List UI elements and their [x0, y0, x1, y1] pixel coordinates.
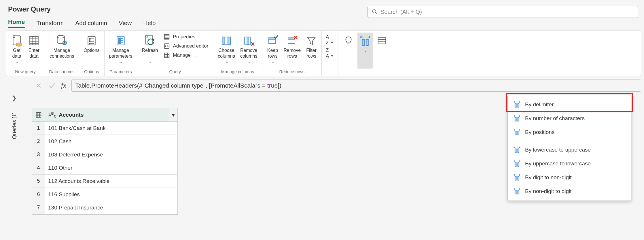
svg-point-15: [89, 41, 90, 42]
row-number: 7: [32, 201, 45, 214]
cell-accounts[interactable]: 112 Accounts Receivable: [45, 175, 178, 188]
cell-accounts[interactable]: 102 Cash: [45, 135, 178, 148]
menu-transform[interactable]: Transform: [36, 20, 64, 28]
svg-point-10: [57, 35, 64, 38]
group-label-new-query: New query: [15, 69, 36, 75]
group-label-reduce-rows: Reduce rows: [279, 69, 305, 75]
choose-columns-label: Choose columns: [218, 48, 235, 59]
remove-rows-button[interactable]: Remove rows⌄: [282, 33, 303, 69]
group-by-button[interactable]: [375, 33, 389, 69]
table-row[interactable]: 4110 Other: [32, 161, 178, 175]
split-nondigit-digit[interactable]: By non-digit to digit: [508, 184, 631, 198]
split-by-num-chars[interactable]: By number of characters: [508, 112, 631, 125]
expand-queries-button[interactable]: ❯: [10, 92, 19, 104]
keep-rows-button[interactable]: Keep rows⌄: [265, 33, 280, 69]
properties-icon: [163, 33, 171, 41]
search-input[interactable]: [380, 9, 634, 15]
enter-data-button[interactable]: Enter data: [26, 33, 42, 69]
cell-accounts[interactable]: 108 Deferred Expense: [45, 148, 178, 161]
manage-parameters-button[interactable]: Manage parameters⌄: [107, 33, 134, 69]
svg-rect-58: [362, 39, 364, 46]
chevron-down-icon: ⌄: [364, 48, 367, 53]
data-grid: ABC Accounts ▾ 1101 Bank/Cash at Bank210…: [32, 108, 178, 215]
group-new-query: Get data⌄ Enter data New query: [6, 31, 45, 76]
refresh-button[interactable]: Refresh⌄: [140, 33, 160, 69]
suggested-transforms-button[interactable]: [341, 33, 356, 69]
sort-desc-button[interactable]: ZA: [326, 48, 334, 59]
table-row[interactable]: 1101 Bank/Cash at Bank: [32, 122, 178, 135]
properties-label: Properties: [173, 34, 195, 40]
sort-desc-icon: ZA: [326, 48, 329, 59]
cell-accounts[interactable]: 110 Other: [45, 161, 178, 174]
remove-rows-icon: [286, 34, 298, 48]
svg-rect-97: [518, 190, 519, 194]
row-number: 3: [32, 148, 45, 161]
cell-accounts[interactable]: 116 Supplies: [45, 188, 178, 201]
menu-help[interactable]: Help: [143, 20, 156, 28]
split-by-positions[interactable]: By positions: [508, 125, 631, 139]
table-row[interactable]: 7130 Prepaid Insurance: [32, 201, 178, 214]
group-by-icon: [376, 34, 387, 48]
get-data-button[interactable]: Get data⌄: [9, 33, 24, 69]
ribbon: Get data⌄ Enter data New query Manage co…: [6, 31, 641, 76]
chevron-down-icon: ⌄: [194, 54, 196, 57]
table-row[interactable]: 3108 Deferred Expense: [32, 148, 178, 161]
svg-rect-93: [518, 176, 519, 180]
menu-add-column[interactable]: Add column: [75, 20, 107, 28]
remove-columns-button[interactable]: Remove columns⌄: [238, 33, 259, 69]
svg-rect-72: [515, 103, 516, 107]
formula-cancel-button[interactable]: [35, 82, 43, 90]
table-row[interactable]: 2102 Cash: [32, 135, 178, 148]
table-row[interactable]: 6116 Supplies: [32, 188, 178, 201]
sort-asc-icon: AZ: [326, 34, 329, 46]
grid-corner-button[interactable]: [32, 108, 45, 121]
choose-columns-button[interactable]: Choose columns⌄: [216, 33, 237, 69]
formula-input[interactable]: Table.PromoteHeaders(#"Changed column ty…: [71, 80, 641, 92]
search-icon: [372, 9, 378, 15]
queries-pane-collapsed: ❯ Queries [1]: [6, 91, 23, 215]
formula-bar: fx Table.PromoteHeaders(#"Changed column…: [35, 79, 641, 92]
formula-accept-button[interactable]: [48, 82, 56, 90]
svg-rect-80: [515, 131, 516, 135]
svg-rect-62: [378, 37, 386, 44]
column-header-accounts[interactable]: ABC Accounts ▾: [45, 108, 178, 121]
svg-rect-96: [515, 190, 516, 194]
split-lower-upper[interactable]: By lowercase to uppercase: [508, 143, 631, 157]
svg-rect-40: [222, 37, 225, 44]
svg-rect-77: [518, 117, 519, 121]
keep-rows-icon: [267, 34, 279, 48]
svg-point-0: [373, 10, 376, 13]
split-icon: [513, 128, 521, 136]
svg-rect-41: [228, 37, 230, 44]
search-box[interactable]: [368, 6, 638, 18]
group-options: Options Options: [79, 31, 104, 76]
manage-connections-button[interactable]: Manage connections: [48, 33, 76, 69]
fx-icon: fx: [61, 82, 66, 90]
menu-home[interactable]: Home: [8, 18, 25, 28]
split-column-button[interactable]: ⌄: [357, 33, 373, 69]
column-filter-dropdown[interactable]: ▾: [169, 108, 177, 121]
svg-rect-85: [518, 149, 519, 152]
chevron-down-icon: ⌄: [272, 59, 274, 65]
split-digit-nondigit[interactable]: By digit to non-digit: [508, 171, 631, 184]
manage-button[interactable]: Manage ⌄: [161, 51, 210, 60]
options-button[interactable]: Options: [82, 33, 101, 69]
svg-rect-92: [515, 176, 516, 180]
filter-rows-button[interactable]: Filter rows: [304, 33, 319, 69]
group-label-sort: [329, 69, 331, 75]
group-transforms: ⌄: [338, 31, 392, 76]
properties-button[interactable]: Properties: [161, 33, 210, 41]
chevron-down-icon: ⌄: [149, 59, 151, 65]
cell-accounts[interactable]: 101 Bank/Cash at Bank: [45, 122, 178, 135]
row-number: 5: [32, 175, 45, 188]
menu-view[interactable]: View: [119, 20, 132, 28]
sort-asc-button[interactable]: AZ: [326, 34, 334, 46]
get-data-icon: [11, 34, 23, 48]
advanced-editor-button[interactable]: Advanced editor: [161, 42, 210, 50]
split-by-delimiter[interactable]: By delimiter: [508, 98, 631, 112]
cell-accounts[interactable]: 130 Prepaid Insurance: [45, 201, 178, 214]
chevron-down-icon: ⌄: [248, 59, 251, 65]
svg-rect-51: [288, 38, 295, 40]
table-row[interactable]: 5112 Accounts Receivable: [32, 175, 178, 188]
split-upper-lower[interactable]: By uppercase to lowercase: [508, 157, 631, 171]
